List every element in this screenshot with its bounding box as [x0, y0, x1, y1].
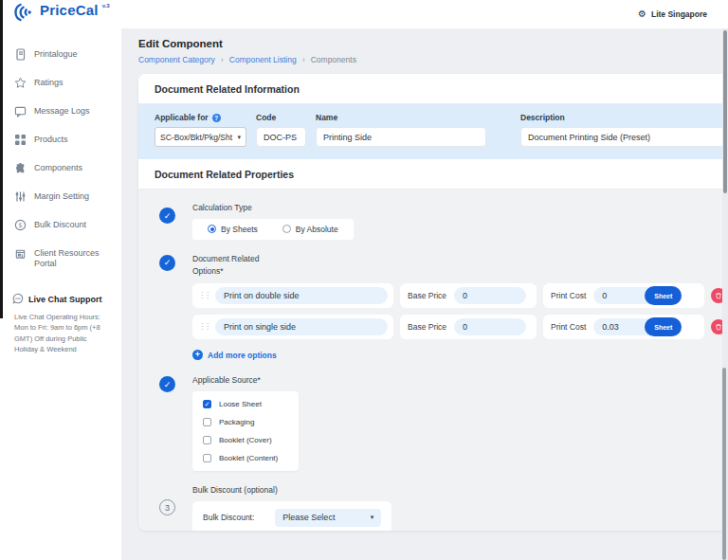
- print-cost-label: Print Cost: [551, 322, 586, 332]
- sidebar-item-ratings[interactable]: Ratings: [0, 76, 121, 93]
- base-price-label: Base Price: [408, 322, 446, 332]
- bulk-discount-select[interactable]: Please Select ▾: [275, 509, 381, 527]
- page-title: Edit Component: [138, 38, 728, 49]
- drag-handle-icon[interactable]: ⋮⋮: [198, 323, 209, 331]
- calculation-type-label: Calculation Type: [192, 202, 354, 214]
- checkbox-label: Booklet (Content): [219, 454, 278, 462]
- live-chat-support: Live Chat Support Live Chat Operating Ho…: [0, 291, 121, 356]
- checkbox-loose-sheet[interactable]: ✓ Loose Sheet: [203, 400, 288, 408]
- sidebar-item-client-resources-portal[interactable]: Client Resources Portal: [0, 246, 121, 270]
- bulk-discount-card: Bulk Discount: Please Select ▾: [192, 501, 391, 531]
- puzzle-icon: [14, 161, 27, 178]
- edit-component-card: Document Related Information Applicable …: [138, 74, 728, 531]
- base-price-input[interactable]: [454, 287, 526, 304]
- support-title: Live Chat Support: [28, 295, 102, 304]
- radio-dot: [282, 225, 291, 233]
- grid-icon: [14, 133, 27, 150]
- plus-icon: +: [192, 350, 203, 360]
- main-content: Edit Component Component Category › Comp…: [121, 28, 728, 560]
- dollar-circle-icon: $: [14, 218, 27, 235]
- calculation-type-block: ✓ Calculation Type By Sheets By Absolute: [155, 202, 726, 240]
- add-more-options-link[interactable]: + Add more options: [192, 350, 726, 360]
- breadcrumb-separator: ›: [221, 55, 224, 64]
- option-name-input[interactable]: [215, 318, 388, 335]
- checkbox-label: Packaging: [219, 418, 254, 426]
- drag-handle-icon[interactable]: ⋮⋮: [198, 292, 209, 299]
- breadcrumb-component-category[interactable]: Component Category: [138, 55, 215, 64]
- checkbox-booklet-content[interactable]: Booklet (Content): [203, 454, 288, 462]
- applicable-source-block: ✓ Applicable Source* ✓ Loose Sheet Packa…: [155, 374, 726, 471]
- help-icon[interactable]: ?: [212, 114, 221, 122]
- radio-dot: [208, 225, 216, 233]
- bulk-discount-block: 3 Bulk Discount (optional) Bulk Discount…: [155, 484, 726, 531]
- checkbox-label: Booklet (Cover): [219, 436, 272, 444]
- checkbox-icon: [203, 418, 211, 426]
- svg-text:$: $: [18, 222, 22, 229]
- checkbox-booklet-cover[interactable]: Booklet (Cover): [203, 436, 288, 444]
- topbar: PriceCal v.3 ⚙ Lite Singapore: [0, 0, 728, 28]
- chat-bubble-icon: [12, 291, 24, 308]
- step-number-badge: 3: [159, 499, 175, 515]
- name-input[interactable]: [316, 127, 486, 147]
- calculation-type-card: By Sheets By Absolute: [192, 219, 354, 240]
- breadcrumb-current: Components: [311, 55, 356, 64]
- applicable-source-label: Applicable Source*: [192, 374, 299, 387]
- sidebar-item-label: Printalogue: [34, 47, 78, 60]
- radio-by-sheets[interactable]: By Sheets: [208, 225, 258, 234]
- sidebar-item-printalogue[interactable]: Printalogue: [0, 47, 121, 64]
- scrollbar-thumb-secondary[interactable]: [722, 368, 726, 560]
- breadcrumb-component-listing[interactable]: Component Listing: [229, 55, 297, 64]
- star-icon: [14, 76, 27, 93]
- step-complete-check-icon: ✓: [159, 208, 175, 224]
- region-label: Lite Singapore: [651, 9, 707, 19]
- bulk-discount-title: Bulk Discount (optional): [192, 484, 391, 497]
- name-label: Name: [316, 113, 486, 122]
- sidebar-item-products[interactable]: Products: [0, 133, 121, 150]
- option-name-input[interactable]: [215, 287, 388, 304]
- brand-logo[interactable]: PriceCal v.3: [13, 2, 110, 27]
- radio-by-absolute[interactable]: By Absolute: [282, 225, 338, 234]
- support-hours-text: Live Chat Operating Hours: Mon to Fri: 9…: [12, 312, 109, 356]
- description-input[interactable]: [520, 127, 726, 147]
- sliders-icon: [14, 190, 27, 207]
- properties-section-title: Document Related Properties: [138, 159, 728, 190]
- scrollbar-thumb[interactable]: [723, 30, 727, 193]
- applicable-source-card: ✓ Loose Sheet Packaging Booklet (Cover): [192, 391, 299, 471]
- base-price-label: Base Price: [408, 291, 446, 300]
- message-icon: [14, 104, 27, 121]
- sidebar-item-label: Products: [34, 133, 68, 145]
- applicable-for-select[interactable]: SC-Box/Bkt/Pkg/Sht ▾: [155, 127, 246, 147]
- checkbox-label: Loose Sheet: [219, 400, 262, 408]
- properties-area: ✓ Calculation Type By Sheets By Absolute: [138, 190, 728, 531]
- sidebar-item-label: Margin Setting: [34, 190, 89, 202]
- add-more-options-label: Add more options: [208, 351, 277, 360]
- base-price-input[interactable]: [454, 318, 526, 335]
- code-input[interactable]: [256, 127, 306, 147]
- gear-icon: ⚙: [638, 9, 646, 19]
- description-label: Description: [520, 113, 726, 122]
- sidebar-item-bulk-discount[interactable]: $ Bulk Discount: [0, 218, 121, 235]
- sidebar-item-components[interactable]: Components: [0, 161, 121, 178]
- step-complete-check-icon: ✓: [159, 376, 175, 392]
- sidebar-item-margin-setting[interactable]: Margin Setting: [0, 190, 121, 207]
- sidebar-item-message-logs[interactable]: Message Logs: [0, 104, 121, 121]
- building-icon: [14, 246, 27, 263]
- radio-by-sheets-label: By Sheets: [221, 225, 258, 234]
- brand-version: v.3: [102, 3, 110, 9]
- window-edge: [0, 0, 3, 318]
- options-label-line1: Document Related: [192, 253, 726, 265]
- sidebar: Printalogue Ratings Message Logs Product…: [0, 28, 121, 560]
- option-row: ⋮⋮ Base Price Print Cost: [192, 315, 726, 339]
- printalogue-icon: [14, 47, 27, 64]
- sidebar-item-label: Client Resources Portal: [34, 246, 114, 270]
- chevron-down-icon: ▾: [237, 134, 241, 141]
- pricecal-logo-icon: [13, 2, 36, 27]
- checkbox-icon: [203, 436, 211, 444]
- checkbox-packaging[interactable]: Packaging: [203, 418, 288, 426]
- options-label-line2: Options*: [192, 265, 726, 278]
- unit-sheet-button[interactable]: Sheet: [645, 317, 682, 336]
- region-selector[interactable]: ⚙ Lite Singapore: [638, 9, 707, 19]
- bulk-discount-value: Please Select: [282, 513, 335, 522]
- brand-name: PriceCal: [40, 2, 99, 18]
- unit-sheet-button[interactable]: Sheet: [645, 286, 682, 305]
